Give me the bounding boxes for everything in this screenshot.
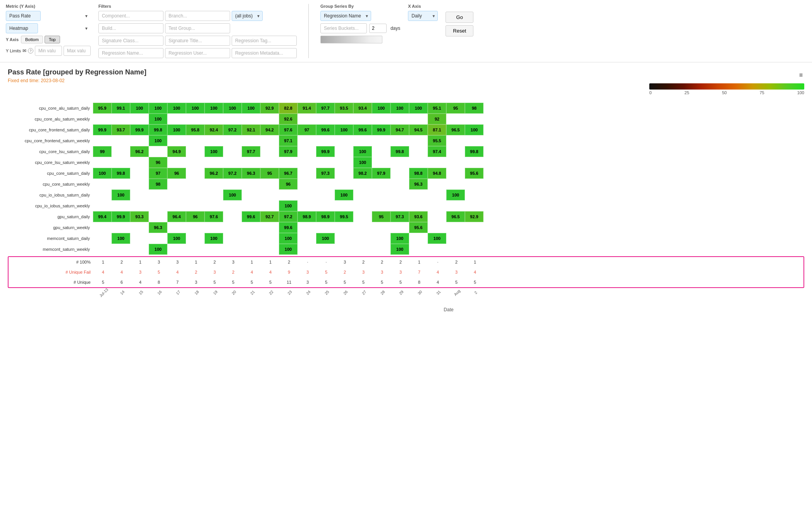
filter-regname[interactable]: [98, 48, 163, 58]
heatmap-cell: 96.2: [130, 146, 149, 157]
summary-cell: ·: [317, 257, 335, 267]
heatmap-cell: 100: [242, 103, 260, 114]
go-button[interactable]: Go: [446, 12, 473, 23]
filter-regtag[interactable]: [232, 36, 297, 46]
filter-reguser[interactable]: [165, 48, 230, 58]
heatmap-cell: 100: [279, 244, 298, 255]
heatmap-cell: [465, 179, 483, 190]
heatmap-cell: 100: [372, 103, 391, 114]
y-axis-top-btn[interactable]: Top: [45, 36, 60, 43]
alljobs-select[interactable]: (all jobs): [232, 11, 263, 21]
summary-cell: 5: [317, 267, 335, 277]
metric-select[interactable]: Pass Rate Fail Rate Duration: [6, 11, 41, 21]
heatmap-cell: 97.6: [205, 211, 223, 222]
y-axis-bottom-btn[interactable]: Bottom: [21, 36, 43, 43]
filter-row-4: [98, 48, 297, 58]
summary-cell: 3: [373, 267, 391, 277]
heatmap-cell: [372, 135, 391, 146]
filter-build[interactable]: [98, 23, 163, 33]
summary-cell: 1: [410, 257, 428, 267]
top-controls: Metric (Y Axis) Pass Rate Fail Rate Dura…: [0, 0, 812, 62]
filter-branch[interactable]: [165, 11, 230, 21]
x-axis-select-wrapper: Daily Weekly Monthly ▼: [408, 11, 438, 21]
heatmap-cell: 99.5: [335, 211, 353, 222]
heatmap-cell: 96.2: [205, 168, 223, 179]
heatmap-cell: [372, 146, 391, 157]
heatmap-cell: [391, 168, 409, 179]
y-limits-max-input[interactable]: [64, 46, 91, 56]
legend-labels: 0 25 50 75 100: [649, 90, 804, 95]
x-axis-select[interactable]: Daily Weekly Monthly: [408, 11, 438, 21]
heatmap-cell: 97.9: [279, 146, 298, 157]
filter-sigtitle[interactable]: [165, 36, 230, 46]
help-icon[interactable]: ?: [28, 48, 33, 53]
heatmap-cell: 100: [428, 233, 446, 244]
summary-cell: 3: [447, 267, 466, 277]
heatmap-cell: [279, 190, 298, 200]
heatmap-cell: [428, 179, 446, 190]
heatmap-cell: [260, 190, 279, 200]
heatmap-cell: 98.2: [353, 168, 372, 179]
summary-data-row: 443542324493523337434: [94, 267, 484, 277]
heatmap-cell: [428, 211, 446, 222]
heatmap-area: cpu_core_alu_saturn_dailycpu_core_alu_sa…: [8, 103, 804, 312]
heatmap-cell: 92.1: [242, 124, 260, 135]
reset-button[interactable]: Reset: [446, 25, 473, 36]
summary-cell: 3: [391, 267, 410, 277]
heatmap-cell: [465, 200, 483, 211]
row-label: cpu_core_frontend_saturn_weekly: [8, 135, 93, 146]
filter-component[interactable]: [98, 11, 163, 21]
heatmap-cell: 99.9: [130, 124, 149, 135]
heatmap-cell: 95.6: [465, 168, 483, 179]
heatmap-cell: [391, 179, 409, 190]
hamburger-menu[interactable]: ≡: [798, 70, 804, 80]
heatmap-cell: [260, 244, 279, 255]
heatmap-cell: 94.8: [428, 168, 446, 179]
filter-regmeta[interactable]: [232, 48, 297, 58]
heatmap-cell: 98: [465, 103, 483, 114]
metric-group: Metric (Y Axis) Pass Rate Fail Rate Dura…: [6, 4, 91, 56]
chart-subtitle: Fixed end time: 2023-08-02: [8, 78, 146, 83]
heatmap-cell: [298, 179, 316, 190]
heatmap-cell: [428, 157, 446, 168]
summary-cell: ·: [298, 257, 317, 267]
mail-icon: ✉: [22, 48, 26, 53]
heatmap-cell: 100: [391, 244, 409, 255]
heatmap-cell: 99.9: [316, 146, 335, 157]
summary-cell: 2: [335, 267, 354, 277]
data-row: 10099.8979696.297.296.39596.797.398.297.…: [93, 168, 483, 179]
charttype-select[interactable]: Heatmap Line Bar: [6, 23, 38, 33]
divider: [308, 4, 309, 58]
heatmap-cell: 94.5: [409, 124, 428, 135]
heatmap-cell: [316, 200, 335, 211]
heatmap-cell: 96.5: [446, 124, 465, 135]
x-axis-wrapper: Jul-131415161718192021222324252627282930…: [8, 288, 804, 295]
heatmap-cell: [446, 146, 465, 157]
heatmap-cell: 92.4: [205, 124, 223, 135]
heatmap-cell: 100: [391, 103, 409, 114]
heatmap-cell: [242, 200, 260, 211]
heatmap-cell: [242, 135, 260, 146]
heatmap-cell: [149, 146, 167, 157]
row-label: cpu_core_saturn_weekly: [8, 179, 93, 190]
series-buckets-input[interactable]: [320, 23, 367, 33]
heatmap-cell: 96.4: [167, 211, 186, 222]
heatmap-cell: [391, 222, 409, 233]
group-series-select[interactable]: Regression Name Component Build: [320, 11, 371, 21]
data-row: 100: [93, 200, 483, 211]
days-input[interactable]: [369, 24, 387, 33]
filter-sigclass[interactable]: [98, 36, 163, 46]
heatmap-cell: [446, 222, 465, 233]
summary-cell: 2: [354, 257, 373, 267]
heatmap-cell: [167, 179, 186, 190]
heatmap-cell: [186, 190, 205, 200]
y-limits-min-input[interactable]: [35, 46, 62, 56]
summary-cell: 3: [168, 257, 187, 267]
summary-cell: 4: [168, 267, 187, 277]
heatmap-cell: 99.6: [279, 222, 298, 233]
x-labels-row: Jul-131415161718192021222324252627282930…: [93, 290, 483, 295]
heatmap-cell: 100: [223, 103, 242, 114]
heatmap-cell: [409, 146, 428, 157]
filter-testgroup[interactable]: [165, 23, 230, 33]
heatmap-cell: [130, 168, 149, 179]
